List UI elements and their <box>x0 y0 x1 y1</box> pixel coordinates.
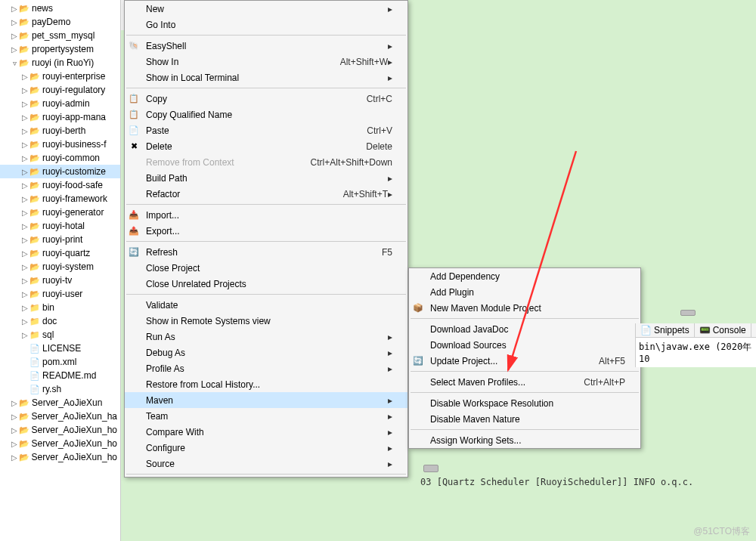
twisty-icon[interactable]: ▷ <box>21 113 29 121</box>
tree-item[interactable]: ▷📂Server_AoJieXun_ha <box>0 410 120 423</box>
twisty-icon[interactable]: ▷ <box>21 277 29 284</box>
tree-item[interactable]: ▷📁sql <box>0 328 120 342</box>
tree-item[interactable]: ▿📂ruoyi (in RuoYi) <box>0 56 120 70</box>
tree-item[interactable]: ▷📂Server_AoJieXun <box>0 396 120 410</box>
scroll-thumb[interactable] <box>423 465 438 472</box>
tab-snippets[interactable]: 📄Snippets <box>636 323 695 337</box>
tree-item[interactable]: ▷📂ruoyi-print <box>0 233 120 246</box>
twisty-icon[interactable] <box>21 358 29 366</box>
twisty-icon[interactable]: ▷ <box>21 86 29 94</box>
twisty-icon[interactable]: ▷ <box>11 426 18 434</box>
tree-item[interactable]: ▷📂ruoyi-generator <box>0 206 120 219</box>
tree-item[interactable]: ▷📁bin <box>0 301 120 314</box>
maven-submenu-item[interactable]: Download JavaDoc <box>409 321 640 337</box>
context-menu-item[interactable]: Validate <box>125 297 407 313</box>
twisty-icon[interactable]: ▷ <box>11 45 18 53</box>
twisty-icon[interactable]: ▷ <box>11 413 18 420</box>
maven-submenu[interactable]: Add DependencyAdd Plugin📦New Maven Modul… <box>408 267 641 449</box>
twisty-icon[interactable]: ▷ <box>21 141 29 148</box>
tree-item[interactable]: ▷📂ruoyi-system <box>0 260 120 274</box>
tree-item[interactable]: ▷📂ruoyi-framework <box>0 192 120 206</box>
context-menu-item[interactable]: Show InAlt+Shift+W▸ <box>125 54 407 70</box>
context-menu-item[interactable]: Team▸ <box>125 408 407 424</box>
context-menu-item[interactable]: Show in Local Terminal▸ <box>125 70 407 85</box>
maven-submenu-item[interactable]: Disable Maven Nature <box>409 411 640 427</box>
twisty-icon[interactable]: ▷ <box>11 5 18 12</box>
twisty-icon[interactable] <box>21 372 29 379</box>
maven-submenu-item[interactable]: Add Dependency <box>409 268 640 284</box>
context-menu-item[interactable]: Source▸ <box>125 456 407 471</box>
tree-item[interactable]: 📄README.md <box>0 369 120 382</box>
twisty-icon[interactable]: ▷ <box>11 18 18 26</box>
context-menu-item[interactable]: 📤Export... <box>125 223 407 239</box>
context-menu-item[interactable]: Run As▸ <box>125 329 407 345</box>
twisty-icon[interactable]: ▷ <box>11 453 18 461</box>
twisty-icon[interactable]: ▷ <box>21 249 29 257</box>
context-menu-item[interactable]: Go Into <box>125 17 407 32</box>
context-menu-item[interactable]: 📋CopyCtrl+C <box>125 91 407 107</box>
twisty-icon[interactable]: ▷ <box>11 399 18 407</box>
context-menu-item[interactable]: Debug As▸ <box>125 345 407 360</box>
tree-item[interactable]: ▷📂Server_AoJieXun_ho <box>0 423 120 437</box>
twisty-icon[interactable] <box>21 345 29 352</box>
tree-item[interactable]: ▷📂Server_AoJieXun_ho <box>0 450 120 464</box>
tree-item[interactable]: ▷📂payDemo <box>0 15 120 29</box>
tree-item[interactable]: ▷📂ruoyi-business-f <box>0 138 120 151</box>
context-menu-item[interactable]: Show in Remote Systems view <box>125 313 407 329</box>
context-menu-item[interactable]: 📥Import... <box>125 207 407 223</box>
twisty-icon[interactable]: ▿ <box>11 59 18 66</box>
context-menu-item[interactable]: Close Unrelated Projects <box>125 276 407 292</box>
tab-console[interactable]: 📟Console <box>695 323 751 337</box>
tree-item[interactable]: ▷📂ruoyi-common <box>0 151 120 165</box>
context-menu-item[interactable]: Profile As▸ <box>125 360 407 376</box>
context-menu-item[interactable]: 📋Copy Qualified Name <box>125 107 407 122</box>
tree-item[interactable]: ▷📂ruoyi-admin <box>0 97 120 110</box>
tree-item[interactable]: ▷📂ruoyi-customize <box>0 165 120 178</box>
tree-item[interactable]: ▷📂pet_ssm_mysql <box>0 29 120 42</box>
twisty-icon[interactable]: ▷ <box>21 154 29 162</box>
twisty-icon[interactable]: ▷ <box>21 127 29 134</box>
tree-item[interactable]: ▷📂propertysystem <box>0 42 120 56</box>
context-menu-item[interactable]: 🔄RefreshF5 <box>125 244 407 260</box>
tree-item[interactable]: ▷📁doc <box>0 314 120 328</box>
context-menu-item[interactable]: RefactorAlt+Shift+T▸ <box>125 186 407 202</box>
context-menu-item[interactable]: Close Project <box>125 260 407 276</box>
context-menu-item[interactable]: Compare With▸ <box>125 424 407 440</box>
tree-item[interactable]: ▷📂ruoyi-hotal <box>0 219 120 233</box>
context-menu-item[interactable]: Configure▸ <box>125 440 407 456</box>
tree-item[interactable]: ▷📂ruoyi-quartz <box>0 246 120 260</box>
twisty-icon[interactable]: ▷ <box>21 290 29 298</box>
context-menu-item[interactable]: Build Path▸ <box>125 170 407 186</box>
tree-item[interactable]: ▷📂Server_AoJieXun_ho <box>0 437 120 450</box>
context-menu[interactable]: New▸Go Into🐚EasyShell▸Show InAlt+Shift+W… <box>124 0 408 478</box>
tree-item[interactable]: 📄ry.sh <box>0 382 120 396</box>
context-menu-item[interactable]: 📄PasteCtrl+V <box>125 122 407 138</box>
context-menu-item[interactable]: Restore from Local History... <box>125 376 407 392</box>
tree-item[interactable]: ▷📂rouyi-regulatory <box>0 83 120 97</box>
twisty-icon[interactable]: ▷ <box>21 263 29 270</box>
tree-item[interactable]: ▷📂rouyi-enterprise <box>0 70 120 83</box>
maven-submenu-item[interactable]: Assign Working Sets... <box>409 432 640 448</box>
context-menu-item[interactable]: New▸ <box>125 1 407 17</box>
twisty-icon[interactable]: ▷ <box>11 32 18 39</box>
twisty-icon[interactable]: ▷ <box>21 195 29 202</box>
context-menu-item[interactable]: 🐚EasyShell▸ <box>125 38 407 54</box>
twisty-icon[interactable] <box>21 385 29 393</box>
twisty-icon[interactable]: ▷ <box>21 304 29 311</box>
twisty-icon[interactable]: ▷ <box>21 222 29 230</box>
tree-item[interactable]: ▷📂ruoyi-food-safe <box>0 178 120 192</box>
maven-submenu-item[interactable]: 🔄Update Project...Alt+F5 <box>409 353 640 369</box>
twisty-icon[interactable]: ▷ <box>21 181 29 189</box>
context-menu-item[interactable]: ✖DeleteDelete <box>125 138 407 154</box>
console-panel[interactable]: 📄Snippets 📟Console bin\javaw.exe (2020年1… <box>635 323 756 367</box>
twisty-icon[interactable]: ▷ <box>21 100 29 107</box>
tree-item[interactable]: ▷📂ruoyi-user <box>0 287 120 301</box>
twisty-icon[interactable]: ▷ <box>21 73 29 80</box>
maven-submenu-item[interactable]: Disable Workspace Resolution <box>409 395 640 411</box>
maven-submenu-item[interactable]: Add Plugin <box>409 284 640 300</box>
project-explorer[interactable]: ▷📂news▷📂payDemo▷📂pet_ssm_mysql▷📂property… <box>0 0 121 541</box>
twisty-icon[interactable]: ▷ <box>21 331 29 339</box>
tree-item[interactable]: ▷📂ruoyi-app-mana <box>0 110 120 124</box>
twisty-icon[interactable]: ▷ <box>11 440 18 447</box>
tree-item[interactable]: ▷📂ruoyi-berth <box>0 124 120 138</box>
